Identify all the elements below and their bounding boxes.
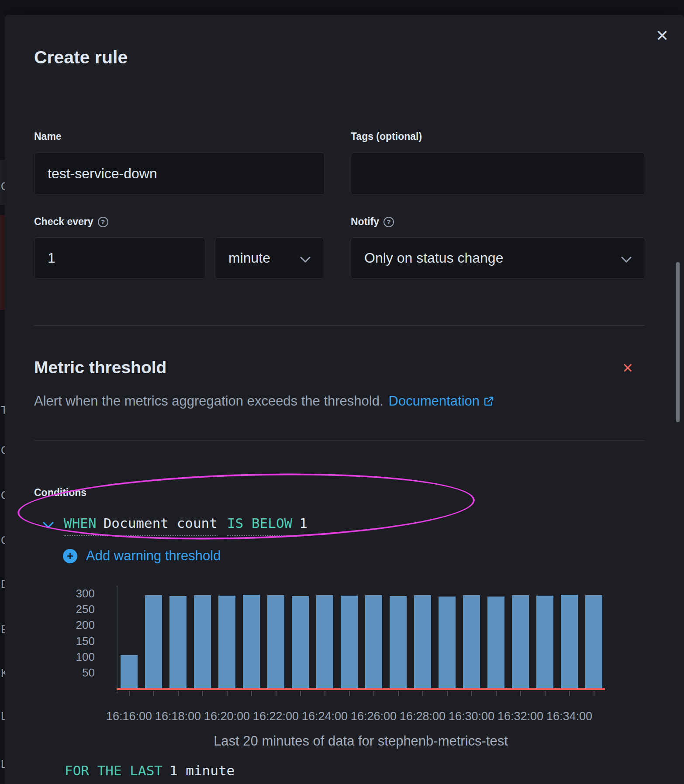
chart-x-tick-mark [569, 691, 570, 696]
chart-bar [439, 597, 456, 688]
chart-x-tick-mark [227, 691, 228, 696]
chart-x-tick-mark [447, 691, 448, 696]
background-page-strip: CTyCCCDElKiLiLo [0, 15, 5, 784]
notify-label: Notify ? [351, 216, 394, 228]
background-text-fragment: Ty [1, 404, 5, 416]
chart-x-tick-label: 16:34:00 [541, 710, 598, 723]
background-text-fragment: Ki [1, 667, 5, 680]
chart-y-tick-label: 300 [57, 587, 95, 600]
conditions-heading: Conditions [34, 487, 86, 499]
background-text-fragment: C [1, 534, 5, 547]
help-icon[interactable]: ? [98, 217, 108, 227]
add-warning-threshold-button[interactable]: + Add warning threshold [63, 548, 221, 564]
chart-y-tick-label: 150 [57, 635, 95, 648]
chart-bar [267, 595, 284, 688]
divider [34, 325, 645, 326]
chart-x-tick-mark [398, 691, 399, 696]
tags-input[interactable] [351, 153, 645, 195]
when-aggregation-expression[interactable]: WHEN Document count [64, 515, 218, 536]
chart-x-tick-mark [325, 691, 325, 696]
background-text-fragment: D [1, 578, 5, 590]
rule-name-input[interactable] [34, 153, 325, 195]
for-the-last-expression[interactable]: FOR THE LAST 1 minute [65, 763, 235, 778]
chart-bar [414, 595, 431, 688]
chart-x-tick-mark [594, 691, 594, 696]
chevron-down-icon [300, 250, 311, 266]
chart-x-tick-mark [300, 691, 301, 696]
chart-bar [194, 595, 211, 688]
chart-y-tick-label: 200 [57, 618, 95, 631]
chevron-down-icon [621, 250, 632, 266]
chart-x-tick-label: 16:16:00 [101, 710, 158, 723]
plus-in-circle-icon: + [63, 549, 77, 563]
chart-x-tick-mark [276, 691, 276, 696]
background-red-panel [0, 215, 5, 310]
chart-x-tick-mark [545, 691, 546, 696]
screen: CTyCCCDElKiLiLo Create rule ✕ Name Tags … [0, 0, 684, 784]
chart-x-tick-mark [373, 691, 374, 696]
chart-x-tick-mark [471, 691, 472, 696]
background-text-fragment: C [1, 444, 5, 457]
check-interval-input[interactable] [34, 237, 205, 279]
chart-x-tick-mark [422, 691, 423, 696]
threshold-operator-expression[interactable]: IS BELOW 1 [227, 515, 307, 536]
name-label: Name [34, 131, 62, 142]
chart-bar [390, 596, 407, 688]
chart-x-tick-label: 16:28:00 [394, 710, 451, 723]
chart-bar [121, 655, 138, 688]
chart-x-tick-label: 16:18:00 [150, 710, 207, 723]
create-rule-modal: Create rule ✕ Name Tags (optional) Check… [5, 15, 684, 784]
collapse-chevron-icon[interactable] [42, 521, 54, 530]
documentation-link[interactable]: Documentation [389, 393, 495, 409]
chart-x-tick-mark [520, 691, 521, 696]
remove-rule-type-icon[interactable]: ✕ [619, 359, 636, 377]
chart-x-tick-mark [153, 691, 154, 696]
background-text-fragment: C [1, 489, 5, 502]
chart-bar [536, 596, 553, 688]
chart-bar [561, 595, 578, 688]
background-text-fragment: El [1, 623, 5, 636]
chart-x-tick-label: 16:20:00 [199, 710, 256, 723]
modal-title: Create rule [34, 47, 128, 68]
close-icon[interactable]: ✕ [653, 26, 672, 45]
chart-bar [218, 596, 235, 688]
background-text-fragment: C [1, 180, 5, 193]
chart-bar [341, 596, 358, 688]
chart-x-tick-mark [129, 691, 130, 696]
chart-x-tick-label: 16:22:00 [248, 710, 304, 723]
chart-bar [585, 595, 602, 688]
chart-x-tick-mark [178, 691, 179, 696]
chart-bar [169, 596, 187, 688]
chart-bar [487, 597, 504, 688]
chart-x-tick-label: 16:24:00 [297, 710, 353, 723]
chart-bar [512, 595, 529, 688]
chart-threshold-line [117, 688, 605, 690]
modal-scrollbar[interactable] [676, 262, 680, 422]
rule-type-title: Metric threshold [34, 358, 166, 377]
chart-x-tick-mark [349, 691, 350, 696]
chart-y-axis [117, 586, 117, 694]
chart-y-tick-label: 100 [57, 650, 95, 663]
chart-x-tick-label: 16:30:00 [443, 710, 500, 723]
chart-bar [365, 595, 382, 688]
background-text-fragment: Li [1, 710, 5, 722]
tags-label: Tags (optional) [351, 131, 422, 142]
chart-bar [463, 595, 480, 688]
chart-caption: Last 20 minutes of data for stephenb-met… [117, 733, 605, 749]
background-topbar [0, 0, 684, 15]
chart-x-tick-label: 16:32:00 [492, 710, 549, 723]
chart-bar [292, 596, 309, 688]
notify-select[interactable]: Only on status change [351, 237, 645, 279]
chart-x-tick-mark [496, 691, 497, 696]
chart-bar [316, 595, 333, 688]
chart-y-tick-label: 50 [57, 666, 95, 679]
condition-expression-row: WHEN Document count IS BELOW 1 [42, 515, 307, 536]
check-every-label: Check every ? [34, 216, 108, 228]
chart-x-tick-label: 16:26:00 [345, 710, 402, 723]
chart-x-tick-mark [251, 691, 252, 696]
chart-y-tick-label: 250 [57, 603, 95, 616]
external-link-icon [483, 395, 494, 407]
help-icon[interactable]: ? [383, 217, 394, 227]
check-interval-unit-select[interactable]: minute [215, 237, 324, 279]
divider [34, 440, 645, 441]
